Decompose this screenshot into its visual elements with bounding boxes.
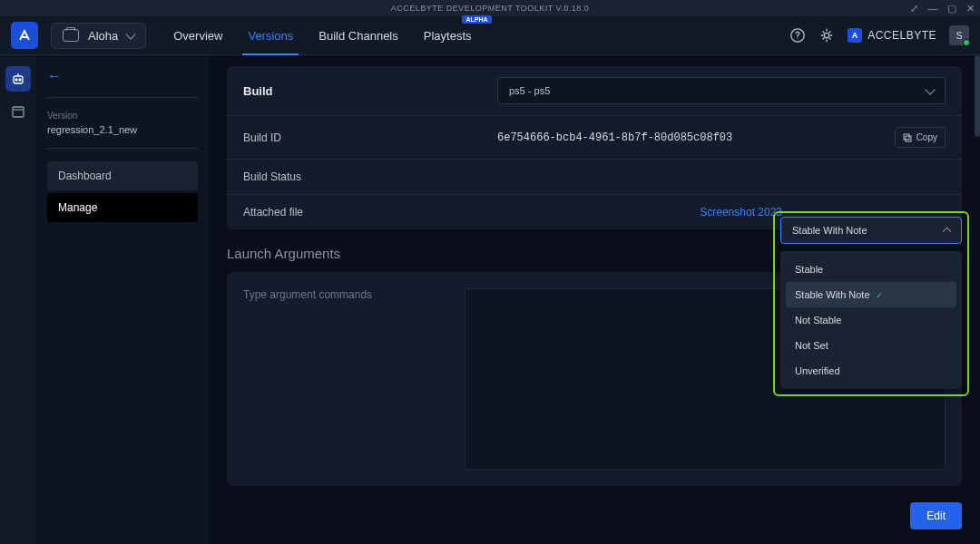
gear-icon[interactable] (818, 27, 835, 44)
svg-rect-9 (906, 136, 911, 141)
help-icon[interactable] (789, 27, 806, 44)
build-status-row: Build Status (227, 160, 962, 195)
build-id-row: Build ID 6e754666-bcb4-4961-8b7f-80d085c… (227, 116, 962, 160)
scrollbar[interactable] (975, 55, 980, 137)
maximize-icon[interactable]: ▢ (947, 3, 957, 15)
copy-button[interactable]: Copy (895, 127, 946, 148)
build-id-value: 6e754666-bcb4-4961-8b7f-80d085c08f03 (497, 131, 895, 144)
version-label: Version (47, 111, 198, 121)
minimize-icon[interactable]: — (928, 3, 939, 15)
topbar: Aloha Overview Versions Build Channels P… (0, 16, 980, 55)
svg-rect-8 (904, 134, 909, 140)
iconbar-robot[interactable] (5, 66, 31, 92)
nav-tabs: Overview Versions Build Channels Playtes… (173, 17, 471, 54)
status-option-not-set[interactable]: Not Set (786, 333, 956, 358)
topbar-right: A ACCELBYTE S (789, 25, 969, 45)
args-placeholder: Type argument commands (243, 288, 452, 470)
controller-icon (63, 29, 79, 42)
collapse-icon[interactable]: ⤢ (910, 3, 919, 15)
sidebar-item-dashboard[interactable]: Dashboard (47, 161, 198, 190)
svg-point-3 (15, 79, 17, 81)
status-dropdown: Stable With Note Stable Stable With Note… (780, 217, 962, 389)
app-title: ACCELBYTE DEVELOPMENT TOOLKIT V.0.18.0 (391, 4, 590, 13)
divider (47, 148, 198, 149)
close-icon[interactable]: ✕ (966, 3, 975, 15)
platform-select[interactable]: ps5 - ps5 (497, 77, 946, 104)
edit-button[interactable]: Edit (910, 502, 962, 529)
status-select[interactable]: Stable With Note (780, 217, 962, 244)
chevron-down-icon (925, 84, 935, 94)
main: ← Version regression_2.1_new Dashboard M… (0, 55, 980, 544)
chevron-down-icon (126, 29, 136, 39)
tab-versions[interactable]: Versions (248, 17, 293, 54)
build-title: Build (243, 84, 497, 98)
check-icon: ✓ (876, 290, 883, 300)
build-row: Build ps5 - ps5 (227, 66, 962, 116)
status-menu: Stable Stable With Note ✓ Not Stable Not… (780, 251, 962, 389)
status-option-unverified[interactable]: Unverified (786, 358, 956, 384)
iconbar-calendar[interactable] (5, 99, 31, 124)
version-value: regression_2.1_new (47, 124, 198, 135)
tab-playtests[interactable]: Playtests ALPHA (424, 17, 472, 54)
svg-rect-6 (13, 107, 24, 117)
sidebar-item-manage[interactable]: Manage (47, 193, 198, 222)
chevron-up-icon (943, 228, 952, 237)
alpha-badge: ALPHA (462, 15, 491, 24)
status-option-stable-note[interactable]: Stable With Note ✓ (786, 282, 956, 307)
app-logo[interactable] (11, 22, 38, 49)
svg-point-4 (19, 79, 21, 81)
game-selector[interactable]: Aloha (51, 23, 146, 49)
build-id-label: Build ID (243, 131, 497, 144)
titlebar: ACCELBYTE DEVELOPMENT TOOLKIT V.0.18.0 ⤢… (0, 0, 980, 16)
status-option-stable[interactable]: Stable (786, 257, 956, 282)
window-controls: ⤢ — ▢ ✕ (910, 3, 975, 15)
divider (47, 97, 198, 98)
sidebar: ← Version regression_2.1_new Dashboard M… (36, 55, 209, 544)
avatar[interactable]: S (949, 25, 969, 45)
attached-file-label: Attached file (243, 206, 497, 219)
svg-point-1 (824, 33, 828, 37)
brand-logo-icon: A (848, 28, 862, 43)
tab-overview[interactable]: Overview (173, 17, 222, 54)
tab-build-channels[interactable]: Build Channels (318, 17, 397, 54)
iconbar (0, 55, 36, 544)
back-button[interactable]: ← (47, 68, 198, 84)
build-card: Build ps5 - ps5 Build ID 6e754666-bcb4-4… (227, 66, 962, 229)
brand: A ACCELBYTE (848, 28, 936, 43)
attached-file-link[interactable]: Screenshot 2023 (700, 206, 782, 219)
content: Build ps5 - ps5 Build ID 6e754666-bcb4-4… (209, 55, 980, 544)
build-status-label: Build Status (243, 170, 497, 183)
status-option-not-stable[interactable]: Not Stable (786, 307, 956, 333)
game-name: Aloha (88, 29, 118, 43)
